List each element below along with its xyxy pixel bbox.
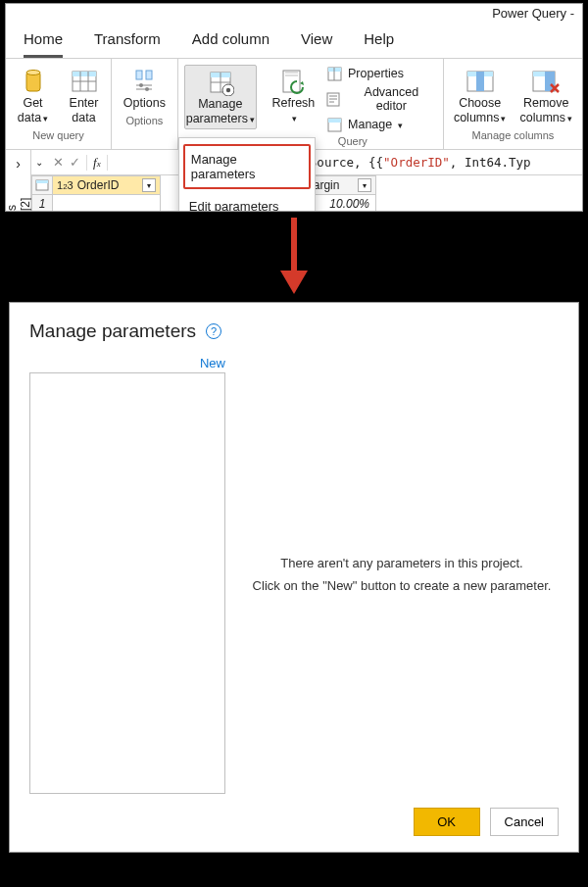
manage-parameters-menu: Manage parameters Edit parameters New pa… [178, 137, 316, 212]
ribbon-tabs: Home Transform Add column View Help [6, 21, 582, 59]
dialog-title-row: Manage parameters ? [29, 320, 559, 342]
options-button[interactable]: Options [120, 65, 170, 113]
column-header-orderid[interactable]: 123 OrderID ▾ [53, 175, 161, 195]
parameter-list-column: New [29, 356, 225, 794]
row-number: 1 [31, 195, 53, 212]
refresh-button[interactable]: Refresh▾ [269, 65, 318, 127]
expand-queries-icon[interactable]: › [16, 156, 21, 172]
choose-columns-label: Choosecolumns▾ [454, 96, 507, 125]
svg-point-12 [145, 87, 149, 91]
database-icon [18, 67, 49, 96]
choose-columns-icon [465, 67, 496, 96]
cancel-button[interactable]: Cancel [490, 808, 559, 836]
svg-point-11 [139, 83, 143, 87]
parameters-icon [205, 68, 236, 97]
table-corner-icon[interactable] [31, 175, 53, 195]
svg-point-18 [226, 88, 230, 92]
group-options: Options Options [112, 59, 178, 149]
svg-rect-33 [36, 180, 48, 183]
ribbon: Getdata▾ Enterdata New query Options [6, 59, 582, 150]
dialog-footer: OK Cancel [29, 808, 559, 836]
svg-marker-35 [280, 271, 308, 294]
new-parameter-link[interactable]: New [29, 356, 225, 372]
tab-add-column[interactable]: Add column [192, 25, 270, 58]
window-title: Power Query - [6, 4, 582, 21]
choose-columns-button[interactable]: Choosecolumns▾ [450, 65, 511, 127]
properties-label: Properties [348, 67, 404, 80]
svg-rect-28 [476, 72, 484, 91]
refresh-icon [277, 67, 309, 96]
fx-icon[interactable]: fx [86, 155, 108, 171]
empty-msg-line1: There aren't any parameters in this proj… [253, 553, 552, 574]
advanced-editor-button[interactable]: Advanced editor [324, 84, 437, 114]
refresh-label: Refresh▾ [272, 96, 316, 125]
svg-rect-3 [73, 72, 96, 76]
column-filter-icon[interactable]: ▾ [142, 178, 156, 192]
remove-columns-button[interactable]: Removecolumns▾ [515, 65, 576, 127]
tab-home[interactable]: Home [24, 25, 63, 58]
ok-button[interactable]: OK [414, 808, 480, 836]
manage-parameters-button[interactable]: Manageparameters▾ [184, 65, 257, 129]
query-mini-list: Properties Advanced editor Manage ▾ [324, 65, 437, 133]
group-label-new-query: New query [12, 127, 105, 141]
svg-rect-8 [146, 71, 152, 79]
get-data-label: Getdata▾ [18, 96, 48, 125]
manage-label: Manage ▾ [348, 118, 403, 131]
column-filter-icon[interactable]: ▾ [358, 178, 371, 192]
flow-arrow [0, 212, 588, 302]
group-new-query: Getdata▾ Enterdata New query [6, 59, 112, 149]
help-icon[interactable]: ? [206, 323, 221, 339]
queries-pane-collapsed: › s [2] [6, 150, 31, 211]
number-type-icon: 123 [57, 179, 74, 191]
menu-edit-parameters[interactable]: Edit parameters [179, 191, 315, 212]
cancel-formula-icon[interactable]: ✕ [53, 155, 64, 170]
enter-data-button[interactable]: Enterdata [62, 65, 107, 127]
group-manage-columns: Choosecolumns▾ Removecolumns▾ Manage col… [444, 59, 582, 149]
manage-parameters-dialog: Manage parameters ? New There aren't any… [9, 302, 579, 853]
dialog-title: Manage parameters [29, 320, 196, 342]
power-query-window: Power Query - Home Transform Add column … [5, 3, 583, 212]
arrow-down-icon [274, 218, 314, 296]
remove-columns-label: Removecolumns▾ [519, 96, 572, 125]
svg-rect-7 [136, 71, 142, 79]
tab-view[interactable]: View [301, 25, 332, 58]
advanced-editor-label: Advanced editor [348, 85, 435, 113]
group-query: Refresh▾ Properties Advanced editor Mana… [263, 59, 444, 149]
cell-orderid[interactable] [53, 195, 161, 212]
manage-button[interactable]: Manage ▾ [324, 116, 405, 133]
table-icon [69, 67, 100, 96]
get-data-button[interactable]: Getdata▾ [11, 65, 56, 127]
step-dropdown-icon[interactable]: ⌄ [31, 157, 47, 168]
formula-actions: ✕ ✓ [47, 155, 86, 170]
tab-transform[interactable]: Transform [94, 25, 161, 58]
options-label: Options [123, 96, 166, 111]
remove-columns-icon [530, 67, 562, 96]
svg-rect-25 [328, 119, 341, 123]
group-parameters: Manageparameters▾ Manage parameters Edit… [178, 59, 263, 149]
group-label-manage-columns: Manage columns [450, 127, 576, 141]
enter-data-label: Enterdata [70, 96, 99, 125]
accept-formula-icon[interactable]: ✓ [70, 155, 80, 170]
options-icon [128, 67, 160, 96]
svg-point-1 [26, 71, 40, 75]
group-label-options: Options [118, 113, 172, 126]
empty-state: There aren't any parameters in this proj… [245, 356, 559, 794]
advanced-editor-icon [326, 91, 342, 107]
tab-help[interactable]: Help [364, 25, 394, 58]
manage-parameters-label: Manageparameters▾ [186, 97, 255, 126]
column-label-orderid: OrderID [77, 178, 120, 192]
empty-msg-line2: Click on the "New" button to create a ne… [253, 575, 552, 597]
properties-button[interactable]: Properties [324, 65, 406, 82]
queries-pane-label: s [2] [5, 197, 32, 211]
menu-manage-parameters[interactable]: Manage parameters [183, 144, 311, 189]
parameter-listbox[interactable] [29, 372, 225, 794]
properties-icon [326, 66, 342, 81]
manage-icon [326, 117, 342, 132]
